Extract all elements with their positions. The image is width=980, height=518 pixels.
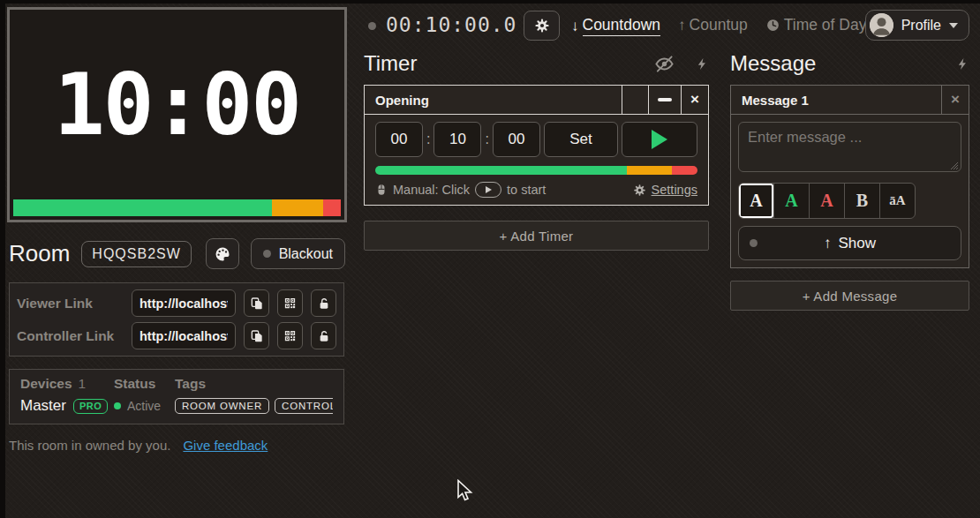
add-timer-button[interactable]: + Add Timer <box>364 221 709 251</box>
blackout-label: Blackout <box>279 246 333 262</box>
tags-header-label: Tags <box>175 376 333 392</box>
tag-room-owner: ROOM OWNER <box>175 398 269 414</box>
unlock-icon <box>317 329 331 343</box>
show-status-dot <box>750 239 758 247</box>
progress-segment-green <box>13 199 272 216</box>
message-card-title: Message 1 <box>731 86 941 114</box>
mouse-icon <box>375 184 388 196</box>
pro-badge: PRO <box>73 399 108 414</box>
message-card-1: Message 1 × A A A B āA ↑ Show <box>730 85 969 268</box>
devices-header-label: Devices <box>20 376 72 391</box>
room-header: Room HQQSB2SW Blackout <box>9 238 345 269</box>
unlock-icon <box>317 297 331 311</box>
qr-code-button[interactable] <box>277 322 303 349</box>
minimize-icon <box>658 98 672 101</box>
message-card-header: Message 1 × <box>731 86 969 115</box>
timer-card-header-spacer <box>622 86 648 114</box>
copy-icon <box>250 297 264 311</box>
format-red-button[interactable]: A <box>809 184 844 218</box>
tab-time-of-day-label: Time of Day <box>784 16 867 34</box>
timer-card-opening: Opening × : : Set <box>364 85 709 206</box>
window-edge-top <box>0 0 980 4</box>
unlock-button[interactable] <box>311 289 336 317</box>
play-icon <box>652 130 667 149</box>
blackout-button[interactable]: Blackout <box>251 238 345 269</box>
qr-code-button[interactable] <box>277 289 303 317</box>
timer-close-button[interactable]: × <box>681 86 708 114</box>
profile-menu-button[interactable]: Profile <box>865 10 969 41</box>
blackout-status-dot <box>263 250 271 258</box>
timer-settings-button[interactable] <box>524 11 560 41</box>
tab-countdown[interactable]: ↓ Countdown <box>571 16 660 36</box>
timer-card-title: Opening <box>365 86 622 114</box>
settings-label: Settings <box>652 183 697 197</box>
progress-segment-orange <box>627 166 672 175</box>
timer-section-title: Timer <box>364 51 417 76</box>
progress-segment-red <box>323 199 341 216</box>
room-ownership-note: This room in owned by you. <box>9 438 170 453</box>
progress-segment-red <box>672 166 697 175</box>
timer-card-header: Opening × <box>365 86 708 115</box>
stagetimer-app: 10:00 00:10:00.0 ↓ Countdown ↑ Countup T… <box>0 0 980 518</box>
arrow-down-icon: ↓ <box>571 18 579 35</box>
room-code-badge[interactable]: HQQSB2SW <box>81 241 191 267</box>
timer-section-header: Timer <box>364 51 709 76</box>
current-timer-readout: 00:10:00.0 <box>386 13 516 36</box>
message-section-title: Message <box>730 51 816 76</box>
timer-minimize-button[interactable] <box>648 86 681 114</box>
flash-icon[interactable] <box>956 56 969 72</box>
format-green-button[interactable]: A <box>773 184 809 218</box>
arrow-up-icon: ↑ <box>678 17 686 34</box>
devices-count: 1 <box>79 376 87 391</box>
show-label: Show <box>838 235 876 252</box>
add-message-button[interactable]: + Add Message <box>730 281 969 311</box>
tab-countup[interactable]: ↑ Countup <box>678 16 748 34</box>
timer-output-preview[interactable]: 10:00 <box>7 7 347 222</box>
minutes-input[interactable] <box>433 122 481 157</box>
connection-status-dot <box>368 22 376 30</box>
progress-segment-green <box>375 166 627 175</box>
controller-link-label: Controller Link <box>17 328 132 344</box>
flash-icon[interactable] <box>696 56 709 72</box>
progress-segment-orange <box>272 199 323 216</box>
gear-icon <box>534 18 550 34</box>
timer-mode-tabs: ↓ Countdown ↑ Countup Time of Day <box>571 16 866 36</box>
controller-link-input[interactable] <box>132 322 236 349</box>
tab-time-of-day[interactable]: Time of Day <box>765 16 867 34</box>
appearance-button[interactable] <box>206 238 239 269</box>
timer-card-settings-link[interactable]: Settings <box>633 183 697 197</box>
device-name: Master <box>20 397 66 415</box>
tab-countup-label: Countup <box>690 16 748 34</box>
seconds-input[interactable] <box>493 122 540 157</box>
palette-icon <box>214 245 231 263</box>
format-uppercase-button[interactable]: āA <box>879 184 915 218</box>
message-close-button[interactable]: × <box>941 86 969 114</box>
manual-hint-prefix: Manual: Click <box>393 183 470 197</box>
device-row-master: Master PRO Active ROOM OWNER CONTROLLER <box>10 392 343 424</box>
avatar <box>870 13 893 37</box>
viewer-link-label: Viewer Link <box>17 296 132 312</box>
manual-hint-suffix: to start <box>507 183 546 197</box>
qr-code-icon <box>283 329 297 342</box>
devices-panel: Devices1 Status Tags Master PRO Active R… <box>9 369 344 424</box>
viewer-link-input[interactable] <box>132 289 236 317</box>
message-input[interactable] <box>738 122 961 172</box>
active-status-dot <box>114 402 121 409</box>
tab-countdown-label: Countdown <box>583 16 661 36</box>
room-links-panel: Viewer Link Controller Link <box>9 282 344 357</box>
show-message-button[interactable]: ↑ Show <box>738 226 961 260</box>
copy-link-button[interactable] <box>244 322 269 349</box>
hours-input[interactable] <box>375 122 423 157</box>
set-button[interactable]: Set <box>544 122 618 157</box>
status-header-label: Status <box>114 376 175 392</box>
arrow-up-icon: ↑ <box>824 235 832 252</box>
window-edge-left <box>0 0 5 518</box>
give-feedback-link[interactable]: Give feedback <box>183 438 268 453</box>
device-status: Active <box>127 399 161 413</box>
copy-link-button[interactable] <box>244 289 269 317</box>
unlock-button[interactable] <box>311 322 336 349</box>
format-white-button[interactable]: A <box>739 184 773 218</box>
eye-slash-icon[interactable] <box>654 54 675 74</box>
format-bold-button[interactable]: B <box>844 184 879 218</box>
play-button[interactable] <box>622 122 697 157</box>
